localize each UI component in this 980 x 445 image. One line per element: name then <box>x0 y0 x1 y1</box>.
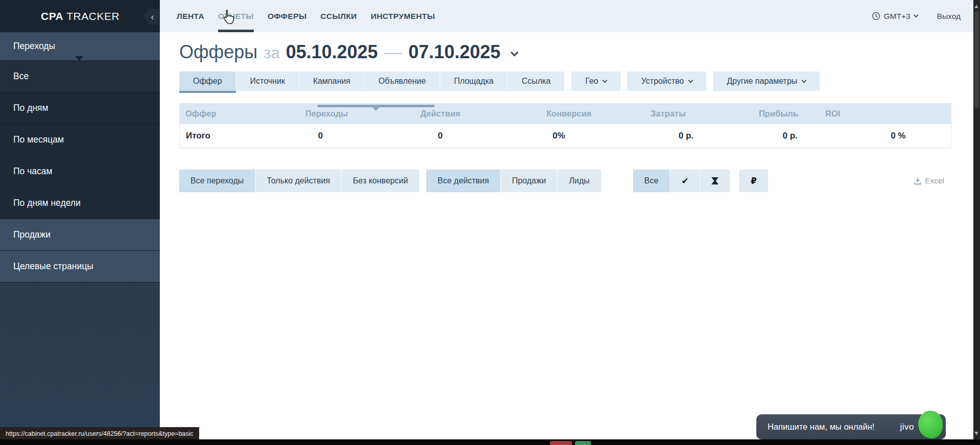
ruble-icon-button[interactable] <box>739 170 769 192</box>
sidebar-item[interactable]: Продажи <box>0 219 160 251</box>
filter-button-label: Все действия <box>438 176 489 185</box>
hourglass-icon-button[interactable] <box>700 170 730 192</box>
chat-widget[interactable]: Напишите нам, мы онлайн! jivo <box>756 414 946 439</box>
jivo-logo: jivo <box>900 422 914 432</box>
taskbar-icon-fragment <box>550 441 572 445</box>
nav-item[interactable]: ССЫЛКИ <box>320 0 356 32</box>
date-from[interactable]: 05.10.2025 <box>286 41 378 63</box>
filter-button[interactable]: Лиды <box>558 170 601 192</box>
sidebar-menu: Переходы Все По дням По месяцам По часам… <box>0 32 160 283</box>
sidebar-item-label: По месяцам <box>13 134 64 145</box>
scroll-down-arrow[interactable] <box>974 432 978 437</box>
dropdown-tab-label: Другие параметры <box>727 77 797 86</box>
dropdown-tab-label: Гео <box>585 77 598 86</box>
sidebar-item-label: По часам <box>13 166 53 177</box>
filter-button[interactable]: Только действия <box>255 170 342 192</box>
taskbar-icon-fragment <box>575 441 591 445</box>
nav-item[interactable]: ЛЕНТА <box>177 0 204 32</box>
dimension-tab[interactable]: Кампания <box>299 72 365 91</box>
dropdown-tab[interactable]: Другие параметры <box>713 72 820 91</box>
dropdown-tab-label: Устройство <box>641 77 684 86</box>
sidebar-item[interactable]: По месяцам <box>0 124 160 156</box>
table-cell: 0 <box>312 131 432 141</box>
filter-button[interactable]: Все действия <box>426 170 501 192</box>
chevron-left-icon: ‹ <box>151 12 154 21</box>
table-cell: Итого <box>180 131 312 141</box>
filter-button[interactable]: Все <box>633 170 671 192</box>
filter-button-label: Продажи <box>512 176 546 185</box>
logo-bar: CPA TRACKER ‹ <box>0 0 160 32</box>
dimension-tab[interactable]: Объявление <box>365 72 440 91</box>
filter-button-label: Все переходы <box>190 176 244 185</box>
date-to[interactable]: 07.10.2025 <box>409 41 500 63</box>
table-cell: 0 р. <box>673 131 777 141</box>
spacer <box>565 72 571 91</box>
report-table: ОфферПереходыДействияКонверсияЗатратыПри… <box>179 103 951 148</box>
dimension-tabs: ОфферИсточникКампанияОбъявлениеПлощадкаС… <box>179 72 826 91</box>
sidebar-item-label: Целевые страницы <box>13 261 93 272</box>
logo-cpa: CPA <box>41 10 63 22</box>
table-column-header[interactable]: Конверсия <box>540 109 644 119</box>
filter-button-label: Без конверсий <box>353 176 408 185</box>
scrollbar-thumb[interactable] <box>974 11 979 108</box>
table-column-header[interactable]: Оффер <box>179 109 299 119</box>
sidebar-item[interactable]: По дням <box>0 92 160 124</box>
table-column-header[interactable]: Переходы <box>299 109 414 119</box>
excel-export-link[interactable]: Excel <box>914 176 951 185</box>
sidebar: CPA TRACKER ‹ Переходы Все По дням По ме… <box>0 0 160 445</box>
chat-message: Напишите нам, мы онлайн! <box>756 422 874 432</box>
sidebar-item[interactable]: По дням недели <box>0 188 160 219</box>
table-totals-row: Итого000%0 р.0 р.0 % <box>179 124 951 148</box>
chevron-down-icon <box>913 13 918 18</box>
dimension-tab[interactable]: Площадка <box>440 72 508 91</box>
sidebar-collapse-button[interactable]: ‹ <box>143 9 159 25</box>
jivo-leaf-icon <box>918 411 943 438</box>
filter-button[interactable]: Без конверсий <box>342 170 420 192</box>
dimension-tab-group: ОфферИсточникКампанияОбъявлениеПлощадкаС… <box>179 72 565 91</box>
scroll-up-arrow[interactable] <box>974 3 978 8</box>
table-column-header[interactable]: ROI <box>819 109 840 119</box>
timezone-dropdown[interactable]: GMT+3 <box>872 12 918 21</box>
title-preposition: за <box>264 44 279 62</box>
filter-button[interactable]: Все переходы <box>179 170 255 192</box>
table-column-header[interactable]: Затраты <box>644 109 753 119</box>
nav-item[interactable]: ОТЧЕТЫ <box>218 0 254 32</box>
table-cell: 0 % <box>885 131 951 141</box>
sort-indicator <box>318 105 435 107</box>
sidebar-item-label: Все <box>13 71 29 82</box>
date-range-chevron-icon[interactable] <box>511 49 519 57</box>
timezone-label: GMT+3 <box>884 12 911 21</box>
nav-item[interactable]: ОФФЕРЫ <box>268 0 307 32</box>
table-column-header[interactable]: Прибыль <box>753 109 819 119</box>
sidebar-item[interactable]: По часам <box>0 156 160 188</box>
dimension-tab[interactable]: Источник <box>236 72 299 91</box>
check-icon-button[interactable] <box>670 170 700 192</box>
main-nav: ЛЕНТАОТЧЕТЫОФФЕРЫССЫЛКИИНСТРУМЕНТЫ <box>177 0 435 32</box>
dimension-tab[interactable]: Ссылка <box>508 72 565 91</box>
table-cell: 0 р. <box>776 131 885 141</box>
logo-tracker: TRACKER <box>66 10 119 22</box>
status-url-tooltip: https://cabinet.cpatracker.ru/users/4825… <box>0 427 199 440</box>
filter-button-label: Только действия <box>267 176 330 185</box>
table-cell: 0 <box>432 131 546 141</box>
sidebar-item[interactable]: Переходы <box>0 32 160 61</box>
sidebar-item[interactable]: Все <box>0 61 160 92</box>
clock-icon <box>872 12 880 20</box>
dropdown-tab[interactable]: Гео <box>571 72 620 91</box>
table-header-row: ОфферПереходыДействияКонверсияЗатратыПри… <box>179 103 951 124</box>
chevron-down-icon <box>802 78 807 83</box>
nav-item[interactable]: ИНСТРУМЕНТЫ <box>371 0 435 32</box>
topbar: ЛЕНТАОТЧЕТЫОФФЕРЫССЫЛКИИНСТРУМЕНТЫ GMT+3… <box>160 0 973 32</box>
filter-button[interactable]: Продажи <box>500 170 558 192</box>
sidebar-item[interactable]: Целевые страницы <box>0 251 160 283</box>
scrollbar[interactable] <box>973 0 980 445</box>
status-url: https://cabinet.cpatracker.ru/users/4825… <box>6 430 194 437</box>
dimension-tab[interactable]: Оффер <box>179 72 236 91</box>
dropdown-tab[interactable]: Устройство <box>627 72 706 91</box>
sidebar-item-label: По дням <box>13 103 49 113</box>
table-column-header[interactable]: Действия <box>414 109 540 119</box>
excel-label: Excel <box>925 176 944 185</box>
filter-button-label: Лиды <box>569 176 589 185</box>
table-cell: 0% <box>546 131 673 141</box>
logout-link[interactable]: Выход <box>937 12 961 21</box>
